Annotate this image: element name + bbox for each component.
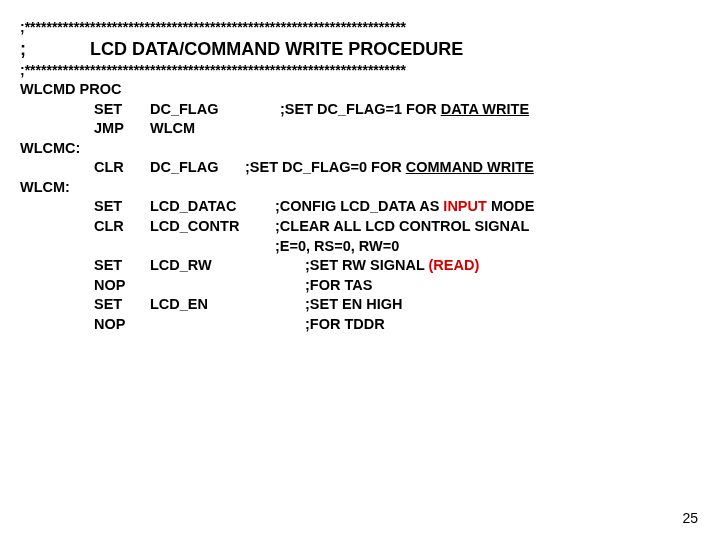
mnemonic-set2: SET — [94, 197, 150, 217]
comment-ers: ;E=0, RS=0, RW=0 — [275, 237, 399, 257]
comment-tddr: ;FOR TDDR — [305, 315, 385, 335]
line-set-datac: SETLCD_DATAC;CONFIG LCD_DATA AS INPUT MO… — [20, 197, 700, 217]
operand-lcd-datac: LCD_DATAC — [150, 197, 275, 217]
line-set-rw: SETLCD_RW;SET RW SIGNAL (READ) — [20, 256, 700, 276]
line-nop-tddr: NOP;FOR TDDR — [20, 315, 700, 335]
page-number: 25 — [682, 510, 698, 526]
mnemonic-clr2: CLR — [94, 217, 150, 237]
operand-lcd-en: LCD_EN — [150, 295, 305, 315]
stars-bot: ;***************************************… — [20, 61, 700, 80]
slide: ;***************************************… — [0, 0, 720, 540]
line-clr-contr: CLRLCD_CONTR;CLEAR ALL LCD CONTROL SIGNA… — [20, 217, 700, 237]
label-wlcm: WLCM: — [20, 178, 700, 198]
mnemonic-nop: NOP — [94, 276, 150, 296]
mnemonic-set: SET — [94, 100, 150, 120]
comment-clear-all: ;CLEAR ALL LCD CONTROL SIGNAL — [275, 217, 529, 237]
operand-dcflag: DC_FLAG — [150, 100, 280, 120]
mnemonic-set4: SET — [94, 295, 150, 315]
operand-lcd-contr: LCD_CONTR — [150, 217, 275, 237]
operand-wlcm: WLCM — [150, 119, 280, 139]
operand-dcflag2: DC_FLAG — [150, 158, 245, 178]
mnemonic-jmp: JMP — [94, 119, 150, 139]
comment-config-input: ;CONFIG LCD_DATA AS INPUT MODE — [275, 197, 534, 217]
line-nop-tas: NOP;FOR TAS — [20, 276, 700, 296]
title-text: LCD DATA/COMMAND WRITE PROCEDURE — [26, 39, 463, 59]
line-jmp-wlcm: JMPWLCM — [20, 119, 700, 139]
comment-data-write: ;SET DC_FLAG=1 FOR DATA WRITE — [280, 100, 529, 120]
comment-tas: ;FOR TAS — [305, 276, 372, 296]
label-wlcmd: WLCMD PROC — [20, 80, 700, 100]
line-clr-dcflag: CLRDC_FLAG;SET DC_FLAG=0 FOR COMMAND WRI… — [20, 158, 700, 178]
mnemonic-nop2: NOP — [94, 315, 150, 335]
stars-top: ;***************************************… — [20, 18, 700, 37]
mnemonic-clr: CLR — [94, 158, 150, 178]
title-line: ;LCD DATA/COMMAND WRITE PROCEDURE — [20, 37, 700, 61]
comment-rw-read: ;SET RW SIGNAL (READ) — [305, 256, 479, 276]
line-ers: ;E=0, RS=0, RW=0 — [20, 237, 700, 257]
kw-read: (READ) — [429, 257, 480, 273]
comment-cmd-write: ;SET DC_FLAG=0 FOR COMMAND WRITE — [245, 158, 534, 178]
label-wlcmc: WLCMC: — [20, 139, 700, 159]
kw-command-write: COMMAND WRITE — [406, 159, 534, 175]
code-block: ;***************************************… — [20, 18, 700, 334]
line-set-dcflag: SETDC_FLAG;SET DC_FLAG=1 FOR DATA WRITE — [20, 100, 700, 120]
comment-en-high: ;SET EN HIGH — [305, 295, 402, 315]
mnemonic-set3: SET — [94, 256, 150, 276]
operand-lcd-rw: LCD_RW — [150, 256, 305, 276]
line-set-en: SETLCD_EN;SET EN HIGH — [20, 295, 700, 315]
kw-input: INPUT — [443, 198, 487, 214]
kw-data-write: DATA WRITE — [441, 101, 529, 117]
